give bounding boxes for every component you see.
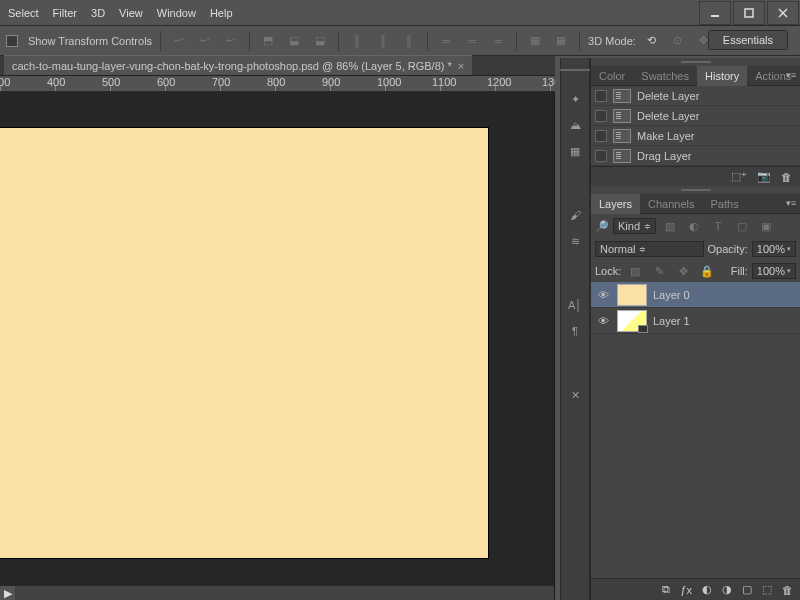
3d-roll-icon[interactable]: ⊙ bbox=[668, 31, 688, 51]
document-tab[interactable]: cach-to-mau-tung-layer-vung-chon-bat-ky-… bbox=[4, 55, 472, 75]
tab-paths[interactable]: Paths bbox=[703, 194, 747, 214]
brush-presets-icon[interactable]: ≋ bbox=[566, 232, 584, 250]
lock-transparency-icon[interactable]: ▨ bbox=[625, 261, 645, 281]
new-document-from-state-icon[interactable]: ⬚⁺ bbox=[731, 170, 747, 183]
history-state-icon bbox=[613, 129, 631, 143]
delete-state-icon[interactable]: 🗑 bbox=[781, 171, 792, 183]
menu-window[interactable]: Window bbox=[157, 7, 196, 19]
3d-orbit-icon[interactable]: ⟲ bbox=[642, 31, 662, 51]
align-top-icon[interactable]: ⬒ bbox=[258, 31, 278, 51]
auto-blend-icon[interactable]: ▦ bbox=[551, 31, 571, 51]
layer-list: 👁Layer 0👁Layer 1 bbox=[591, 282, 800, 482]
menu-3d[interactable]: 3D bbox=[91, 7, 105, 19]
layer-name[interactable]: Layer 0 bbox=[653, 289, 690, 301]
filter-type-icon[interactable]: T bbox=[708, 216, 728, 236]
properties-icon[interactable]: ✕ bbox=[566, 386, 584, 404]
align-hcenter-icon[interactable]: ⬿ bbox=[195, 31, 215, 51]
history-panel: Delete LayerDelete LayerMake LayerDrag L… bbox=[591, 86, 800, 166]
document-tab-bar: cach-to-mau-tung-layer-vung-chon-bat-ky-… bbox=[0, 56, 555, 76]
layer-mask-icon[interactable]: ◐ bbox=[702, 583, 712, 596]
new-snapshot-icon[interactable]: 📷 bbox=[757, 170, 771, 183]
show-transform-checkbox[interactable] bbox=[6, 35, 18, 47]
layer-row[interactable]: 👁Layer 0 bbox=[591, 282, 800, 308]
menu-filter[interactable]: Filter bbox=[53, 7, 77, 19]
group-icon[interactable]: ▢ bbox=[742, 583, 752, 596]
link-layers-icon[interactable]: ⧉ bbox=[662, 583, 670, 596]
align-right-icon[interactable]: ⬿ bbox=[221, 31, 241, 51]
history-checkbox[interactable] bbox=[595, 110, 607, 122]
layer-thumbnail[interactable] bbox=[617, 310, 647, 332]
visibility-icon[interactable]: 👁 bbox=[595, 313, 611, 329]
menu-select[interactable]: Select bbox=[8, 7, 39, 19]
lock-position-icon[interactable]: ✥ bbox=[673, 261, 693, 281]
visibility-icon[interactable]: 👁 bbox=[595, 287, 611, 303]
layer-thumbnail[interactable] bbox=[617, 284, 647, 306]
history-state-label: Delete Layer bbox=[637, 90, 699, 102]
navigator-icon[interactable]: ✦ bbox=[566, 90, 584, 108]
horizontal-ruler: 3004005006007008009001000110012001300140… bbox=[0, 76, 555, 92]
canvas-area: ▶ bbox=[0, 92, 555, 600]
filter-smart-icon[interactable]: ▣ bbox=[756, 216, 776, 236]
history-state-icon bbox=[613, 149, 631, 163]
paragraph-icon[interactable]: ¶ bbox=[566, 322, 584, 340]
character-icon[interactable]: A│ bbox=[566, 296, 584, 314]
layers-panel-menu-icon[interactable]: ▾≡ bbox=[786, 198, 796, 208]
opacity-field[interactable]: 100%▾ bbox=[752, 241, 796, 257]
menu-bar: Select Filter 3D View Window Help bbox=[0, 0, 800, 26]
maximize-button[interactable] bbox=[733, 1, 765, 25]
history-state-label: Delete Layer bbox=[637, 110, 699, 122]
panel-group-2-tabs: Layers Channels Paths ▾≡ bbox=[591, 194, 800, 214]
tab-layers[interactable]: Layers bbox=[591, 194, 640, 214]
align-bottom-icon[interactable]: ⬓ bbox=[310, 31, 330, 51]
layer-style-icon[interactable]: ƒx bbox=[680, 584, 692, 596]
adjustment-layer-icon[interactable]: ◑ bbox=[722, 583, 732, 596]
history-state[interactable]: Delete Layer bbox=[591, 86, 800, 106]
histogram-icon[interactable]: ⛰ bbox=[566, 116, 584, 134]
horizontal-scrollbar[interactable]: ▶ bbox=[0, 585, 555, 600]
distribute-h3-icon[interactable]: ║ bbox=[399, 31, 419, 51]
history-state[interactable]: Drag Layer bbox=[591, 146, 800, 166]
history-checkbox[interactable] bbox=[595, 130, 607, 142]
options-bar: Show Transform Controls ⬿ ⬿ ⬿ ⬒ ⬓ ⬓ ║ ║ … bbox=[0, 26, 800, 56]
document-close-icon[interactable]: × bbox=[458, 60, 464, 72]
auto-align-icon[interactable]: ▦ bbox=[525, 31, 545, 51]
history-checkbox[interactable] bbox=[595, 150, 607, 162]
close-button[interactable] bbox=[767, 1, 799, 25]
layer-name[interactable]: Layer 1 bbox=[653, 315, 690, 327]
tab-history[interactable]: History bbox=[697, 66, 747, 86]
filter-adjust-icon[interactable]: ◐ bbox=[684, 216, 704, 236]
distribute-v1-icon[interactable]: ═ bbox=[436, 31, 456, 51]
filter-shape-icon[interactable]: ▢ bbox=[732, 216, 752, 236]
brush-icon[interactable]: 🖌 bbox=[566, 206, 584, 224]
tab-color[interactable]: Color bbox=[591, 66, 633, 86]
distribute-h1-icon[interactable]: ║ bbox=[347, 31, 367, 51]
new-layer-icon[interactable]: ⬚ bbox=[762, 583, 772, 596]
distribute-h2-icon[interactable]: ║ bbox=[373, 31, 393, 51]
layer-filter-kind[interactable]: Kind≑ bbox=[613, 218, 656, 234]
menu-view[interactable]: View bbox=[119, 7, 143, 19]
align-vcenter-icon[interactable]: ⬓ bbox=[284, 31, 304, 51]
info-icon[interactable]: ▦ bbox=[566, 142, 584, 160]
panel-menu-icon[interactable]: ▾≡ bbox=[786, 70, 796, 80]
minimize-button[interactable] bbox=[699, 1, 731, 25]
canvas[interactable] bbox=[0, 128, 488, 558]
history-state[interactable]: Make Layer bbox=[591, 126, 800, 146]
history-checkbox[interactable] bbox=[595, 90, 607, 102]
filter-pixel-icon[interactable]: ▧ bbox=[660, 216, 680, 236]
workspace-switcher[interactable]: Essentials bbox=[708, 30, 788, 50]
show-transform-label: Show Transform Controls bbox=[28, 35, 152, 47]
layer-row[interactable]: 👁Layer 1 bbox=[591, 308, 800, 334]
fill-field[interactable]: 100%▾ bbox=[752, 263, 796, 279]
distribute-v2-icon[interactable]: ═ bbox=[462, 31, 482, 51]
distribute-v3-icon[interactable]: ═ bbox=[488, 31, 508, 51]
lock-all-icon[interactable]: 🔒 bbox=[697, 261, 717, 281]
align-left-icon[interactable]: ⬿ bbox=[169, 31, 189, 51]
history-state[interactable]: Delete Layer bbox=[591, 106, 800, 126]
tab-swatches[interactable]: Swatches bbox=[633, 66, 697, 86]
menu-help[interactable]: Help bbox=[210, 7, 233, 19]
scroll-right-arrow-icon[interactable]: ▶ bbox=[0, 586, 15, 601]
tab-channels[interactable]: Channels bbox=[640, 194, 702, 214]
blend-mode-dropdown[interactable]: Normal≑ bbox=[595, 241, 704, 257]
delete-layer-icon[interactable]: 🗑 bbox=[782, 584, 793, 596]
lock-image-icon[interactable]: ✎ bbox=[649, 261, 669, 281]
